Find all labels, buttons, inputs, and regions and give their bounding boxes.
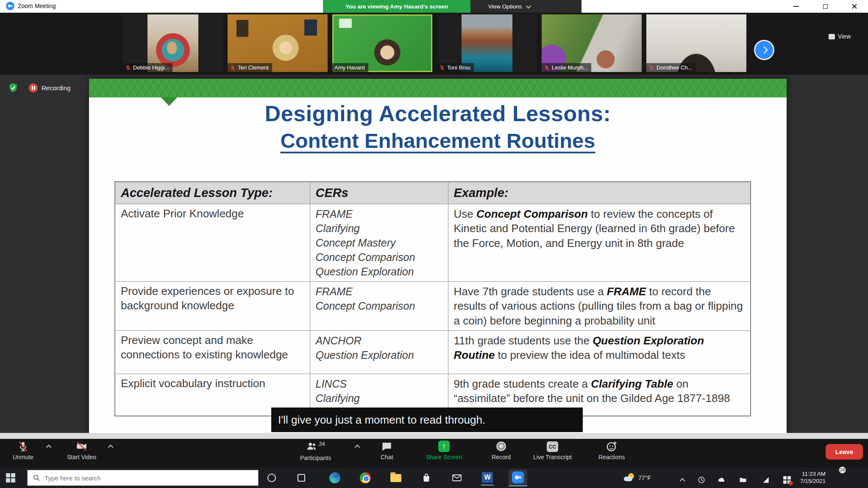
task-view-icon — [298, 474, 305, 482]
chrome-icon — [360, 472, 371, 483]
clock-widget[interactable]: 11:23 AM 7/15/2021 — [800, 468, 826, 488]
weather-widget[interactable]: 77°F — [624, 468, 651, 488]
minimize-button[interactable] — [786, 0, 806, 13]
grid-icon — [829, 34, 835, 39]
cell-example: Use Concept Comparison to review the con… — [448, 204, 751, 282]
search-input[interactable] — [45, 474, 231, 482]
cell-lesson-type: Provide experiences or exposure to backg… — [115, 282, 310, 331]
word-icon: W — [482, 472, 493, 483]
unmute-button[interactable]: Unmute — [13, 441, 33, 460]
window-title: Zoom Meeting — [18, 3, 56, 9]
slide-subtitle: Content Enhancement Routines — [89, 129, 787, 152]
header-lesson-type: Accelerated Lesson Type: — [115, 182, 310, 204]
cell-lesson-type: Activate Prior Knowledge — [115, 204, 310, 282]
participants-count: 24 — [319, 441, 325, 447]
closed-captions-icon: CC — [547, 441, 558, 452]
participants-icon — [306, 441, 317, 452]
participants-label: Participants — [300, 455, 331, 461]
viewing-banner: You are viewing Amy Havard's screen — [323, 0, 470, 13]
close-button[interactable] — [845, 0, 864, 13]
titlebar: Zoom Meeting You are viewing Amy Havard'… — [0, 0, 868, 13]
start-button[interactable] — [6, 473, 15, 482]
store-button[interactable] — [420, 471, 433, 484]
share-screen-button[interactable]: ↑ Share Screen — [426, 441, 462, 460]
recording-indicator: Recording — [29, 83, 70, 92]
participant-name: Toni Brou — [447, 64, 470, 71]
zoom-meeting-window: Zoom Meeting You are viewing Amy Havard'… — [0, 0, 868, 488]
clock-tray-button[interactable] — [695, 474, 708, 486]
mic-muted-icon — [17, 441, 29, 452]
chevron-up-icon — [679, 478, 685, 483]
shared-slide: Designing Accelerated Lessons: Content E… — [89, 79, 787, 433]
store-bag-icon — [421, 473, 431, 483]
participant-name: Amy Havard — [334, 64, 365, 71]
caption-text: I'll give you just a moment to read thro… — [278, 413, 485, 427]
chrome-browser-button[interactable] — [359, 471, 372, 484]
leave-button[interactable]: Leave — [826, 444, 863, 460]
mic-muted-icon — [544, 65, 550, 71]
file-explorer-button[interactable] — [389, 471, 402, 484]
smiley-icon — [606, 441, 618, 452]
participants-button[interactable]: 24 Participants — [300, 441, 331, 461]
task-view-button[interactable] — [295, 471, 308, 484]
reactions-label: Reactions — [598, 454, 625, 460]
chevron-right-icon — [761, 47, 768, 54]
taskbar-search[interactable] — [27, 470, 259, 486]
live-transcript-button[interactable]: CC Live Transcript — [533, 441, 572, 460]
video-options-chevron-icon[interactable] — [108, 445, 114, 450]
weather-temp: 77°F — [638, 474, 651, 481]
shared-screen-area: Recording Designing Accelerated Lessons:… — [0, 75, 868, 439]
caption-bar: I'll give you just a moment to read thro… — [271, 408, 583, 432]
chat-icon — [381, 441, 392, 452]
cortana-icon — [267, 474, 276, 482]
zoom-taskbar-button[interactable] — [509, 469, 527, 486]
search-icon — [33, 474, 40, 482]
edge-browser-button[interactable] — [328, 471, 341, 484]
table-row: Activate Prior Knowledge FRAME Clarifyin… — [115, 204, 751, 282]
recording-pause-icon[interactable] — [29, 83, 38, 92]
clock-icon — [697, 476, 706, 484]
audio-options-chevron-icon[interactable] — [46, 445, 52, 450]
cortana-button[interactable] — [265, 471, 278, 484]
minimize-icon — [793, 6, 799, 7]
participant-tile-dorothee[interactable]: Dorothee Ch... — [646, 14, 746, 72]
participants-options-chevron-icon[interactable] — [355, 445, 360, 450]
chat-button[interactable]: Chat — [381, 441, 393, 460]
camera-off-icon — [76, 441, 87, 452]
encryption-shield-icon[interactable] — [8, 82, 19, 93]
zoom-camera-icon — [512, 471, 524, 483]
mail-envelope-icon — [452, 473, 462, 483]
share-screen-label: Share Screen — [426, 454, 462, 460]
view-button[interactable]: View — [829, 33, 851, 40]
onedrive-tray-button[interactable] — [715, 474, 728, 486]
teams-tray-button[interactable] — [781, 474, 793, 486]
word-button[interactable]: W — [481, 470, 494, 485]
participant-tile-debbie[interactable]: Debbie Higgi... — [123, 14, 223, 72]
folder-tray-button[interactable] — [737, 474, 749, 486]
windows-taskbar: W 77°F 11:23 AM 7/15/2021 — [0, 468, 868, 488]
view-options-button[interactable]: View Options — [470, 0, 581, 13]
volume-tray-button[interactable] — [760, 474, 772, 486]
mail-button[interactable] — [451, 471, 463, 484]
participant-tile-toni[interactable]: Toni Brou — [437, 14, 537, 72]
record-button[interactable]: Record — [492, 441, 511, 460]
file-explorer-icon — [390, 474, 401, 482]
maximize-button[interactable] — [815, 0, 835, 13]
header-example: Example: — [448, 182, 751, 204]
mic-muted-icon — [230, 65, 236, 71]
notification-badge: 24 — [839, 466, 846, 474]
participant-tile-amy-active-speaker[interactable]: Amy Havard — [332, 14, 432, 72]
start-video-button[interactable]: Start Video — [67, 441, 96, 460]
unmute-label: Unmute — [13, 454, 33, 460]
reactions-button[interactable]: Reactions — [598, 441, 625, 460]
cell-lesson-type: Preview concept and make connections to … — [115, 330, 310, 374]
participant-tile-leslie[interactable]: Leslie Murph... — [542, 14, 642, 72]
next-participants-button[interactable] — [754, 40, 774, 60]
participant-tile-teri[interactable]: Teri Clement — [228, 14, 328, 72]
zoom-app-icon — [6, 2, 14, 10]
cell-cers: ANCHOR Question Exploration — [310, 330, 448, 374]
cell-example: Have 7th grade students use a FRAME to r… — [448, 282, 751, 331]
table-header-row: Accelerated Lesson Type: CERs Example: — [115, 182, 751, 204]
action-center-button[interactable]: 24 — [843, 471, 859, 485]
tray-expand-button[interactable] — [676, 474, 689, 486]
